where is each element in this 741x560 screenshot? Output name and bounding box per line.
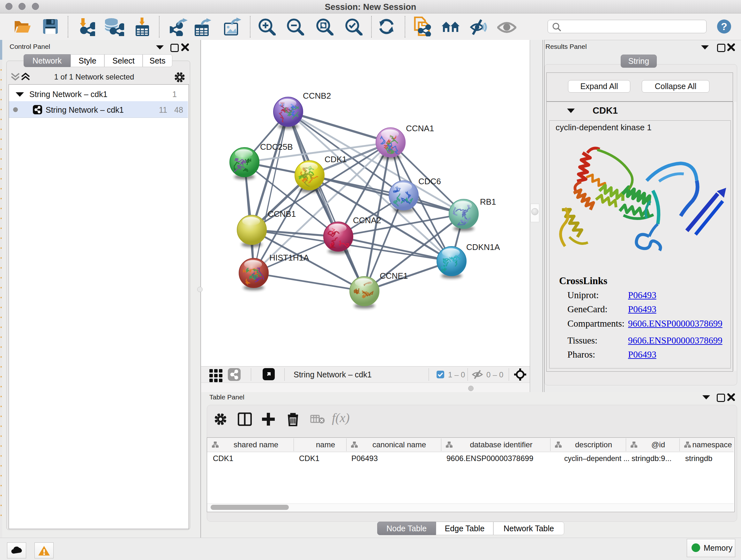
- svg-text:?: ?: [721, 21, 727, 32]
- svg-text:CCNA1: CCNA1: [406, 124, 434, 133]
- svg-text:CDC6: CDC6: [418, 177, 441, 186]
- svg-text:CDKN1A: CDKN1A: [466, 242, 500, 252]
- svg-text:CDK1: CDK1: [325, 154, 347, 164]
- svg-text:CCNB1: CCNB1: [268, 209, 296, 219]
- svg-text:HIST1H1A: HIST1H1A: [269, 253, 309, 262]
- svg-text:CCNA2: CCNA2: [353, 215, 381, 225]
- svg-text:CCNB2: CCNB2: [303, 91, 331, 101]
- svg-text:RB1: RB1: [480, 197, 496, 206]
- svg-text:CDC25B: CDC25B: [260, 142, 293, 152]
- svg-text:CCNE1: CCNE1: [380, 271, 408, 281]
